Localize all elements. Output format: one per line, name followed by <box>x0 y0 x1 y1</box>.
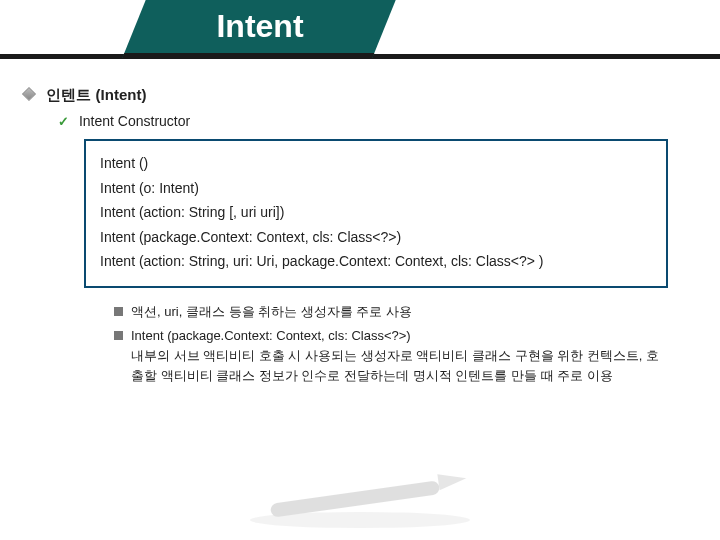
subsection-title: Intent Constructor <box>79 113 190 129</box>
note-item: Intent (package.Context: Context, cls: C… <box>114 326 668 386</box>
diamond-bullet-icon <box>22 87 36 101</box>
slide-header: Intent <box>0 0 720 68</box>
check-icon: ✓ <box>58 114 69 129</box>
constructor-line: Intent (action: String [, uri uri]) <box>100 200 652 225</box>
constructor-line: Intent () <box>100 151 652 176</box>
note-item: 액션, uri, 클래스 등을 취하는 생성자를 주로 사용 <box>114 302 668 322</box>
note-text: 액션, uri, 클래스 등을 취하는 생성자를 주로 사용 <box>131 302 668 322</box>
svg-marker-2 <box>437 472 467 490</box>
section-title: 인텐트 (Intent) <box>46 86 146 103</box>
constructor-line: Intent (package.Context: Context, cls: C… <box>100 225 652 250</box>
square-bullet-icon <box>114 307 123 316</box>
background-pen-icon <box>230 472 490 532</box>
constructor-box: Intent () Intent (o: Intent) Intent (act… <box>84 139 668 288</box>
note-text: Intent (package.Context: Context, cls: C… <box>131 326 668 386</box>
slide-content: 인텐트 (Intent) ✓ Intent Constructor Intent… <box>0 68 720 386</box>
constructor-line: Intent (action: String, uri: Uri, packag… <box>100 249 652 274</box>
notes-list: 액션, uri, 클래스 등을 취하는 생성자를 주로 사용 Intent (p… <box>114 302 668 387</box>
square-bullet-icon <box>114 331 123 340</box>
section-heading-row: 인텐트 (Intent) <box>24 86 696 105</box>
svg-rect-1 <box>270 480 440 518</box>
subsection-row: ✓ Intent Constructor <box>58 113 696 129</box>
constructor-line: Intent (o: Intent) <box>100 176 652 201</box>
svg-point-0 <box>250 512 470 528</box>
slide-title: Intent <box>150 8 370 45</box>
